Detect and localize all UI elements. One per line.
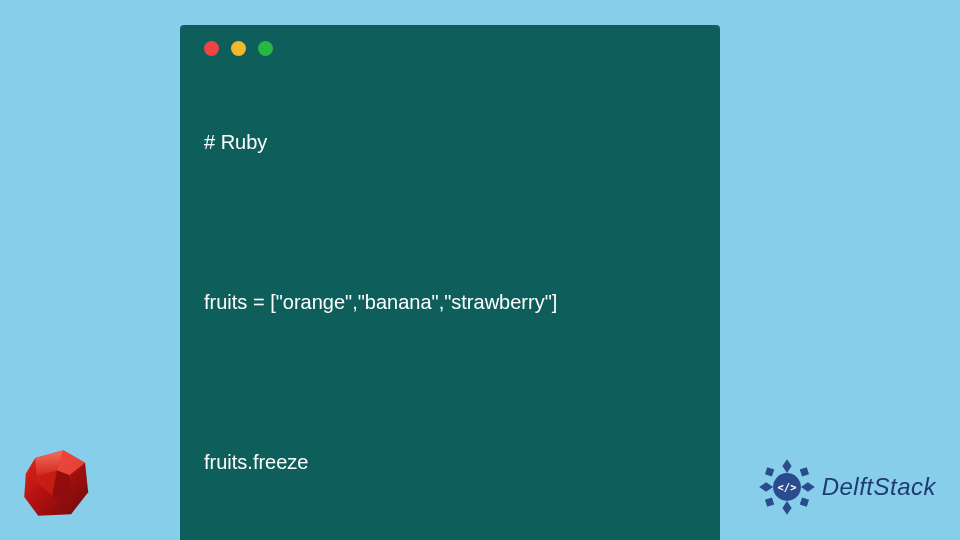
svg-marker-5 bbox=[799, 467, 808, 476]
svg-marker-4 bbox=[765, 467, 774, 476]
svg-marker-7 bbox=[799, 497, 808, 506]
maximize-icon[interactable] bbox=[258, 41, 273, 56]
delftstack-badge-icon: </> bbox=[758, 458, 816, 516]
svg-marker-2 bbox=[759, 482, 773, 491]
svg-marker-3 bbox=[801, 482, 815, 491]
svg-marker-1 bbox=[782, 501, 791, 515]
svg-text:</>: </> bbox=[777, 481, 796, 493]
delftstack-brand-text: DelftStack bbox=[822, 473, 936, 501]
window-titlebar bbox=[180, 25, 720, 64]
code-line: # Ruby bbox=[204, 128, 696, 156]
code-line bbox=[204, 212, 696, 232]
code-line bbox=[204, 532, 696, 540]
code-block: # Ruby fruits = ["orange","banana","stra… bbox=[180, 64, 720, 540]
minimize-icon[interactable] bbox=[231, 41, 246, 56]
close-icon[interactable] bbox=[204, 41, 219, 56]
svg-marker-6 bbox=[765, 497, 774, 506]
svg-marker-0 bbox=[782, 459, 791, 473]
code-line: fruits = ["orange","banana","strawberry"… bbox=[204, 288, 696, 316]
code-line: fruits.freeze bbox=[204, 448, 696, 476]
code-window: # Ruby fruits = ["orange","banana","stra… bbox=[180, 25, 720, 540]
ruby-logo-icon bbox=[18, 444, 96, 522]
code-line bbox=[204, 372, 696, 392]
delftstack-logo: </> DelftStack bbox=[758, 458, 936, 516]
